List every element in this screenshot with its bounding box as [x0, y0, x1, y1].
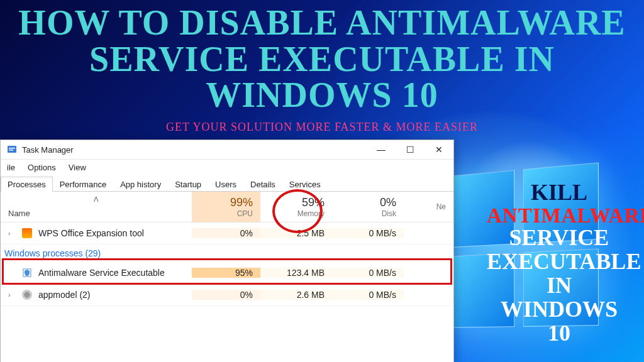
disk-cell: 0 MB/s: [332, 290, 404, 300]
tab-services[interactable]: Services: [282, 177, 328, 192]
close-button[interactable]: ✕: [425, 140, 453, 159]
column-headers: ᐱ Name 99% CPU 59% Memory 0% Disk Ne: [1, 192, 453, 222]
cpu-usage-total: 99%: [230, 196, 253, 209]
tab-performance[interactable]: Performance: [53, 177, 113, 192]
memory-cell: 2.5 MB: [260, 228, 332, 238]
expand-chevron-icon[interactable]: ›: [8, 291, 16, 299]
process-name: Antimalware Service Executable: [38, 268, 165, 278]
table-row[interactable]: ›appmodel (2)0%2.6 MB0 MB/s: [1, 284, 453, 306]
menubar: ile Options View: [1, 160, 453, 175]
side-line-1: KILL: [487, 181, 631, 205]
memory-usage-total: 59%: [302, 196, 325, 209]
process-list: ›WPS Office Expansion tool0%2.5 MB0 MB/s…: [1, 222, 453, 306]
tabstrip: Processes Performance App history Startu…: [1, 175, 453, 192]
expand-chevron-icon[interactable]: ›: [8, 229, 16, 237]
process-group-header[interactable]: Windows processes (29): [1, 244, 453, 262]
menu-options[interactable]: Options: [21, 163, 62, 172]
task-manager-icon: [7, 145, 17, 155]
shield-icon: [22, 268, 32, 278]
memory-cell: 123.4 MB: [260, 268, 332, 278]
tab-app-history[interactable]: App history: [113, 177, 168, 192]
titlebar[interactable]: Task Manager — ☐ ✕: [1, 140, 453, 160]
minimize-button[interactable]: —: [367, 140, 396, 159]
side-line-2: ANTIMALWARE: [487, 205, 631, 227]
column-name-label: Name: [8, 209, 30, 218]
svg-rect-1: [9, 148, 15, 149]
column-network[interactable]: Ne: [404, 192, 453, 222]
cpu-label: CPU: [237, 209, 253, 218]
cpu-cell: 95%: [192, 268, 260, 278]
maximize-button[interactable]: ☐: [396, 140, 425, 159]
column-memory[interactable]: 59% Memory: [260, 192, 332, 222]
process-name-cell: ›appmodel (2): [1, 290, 192, 300]
memory-label: Memory: [297, 209, 325, 218]
window-title: Task Manager: [22, 145, 74, 155]
column-disk[interactable]: 0% Disk: [332, 192, 404, 222]
table-row[interactable]: ›WPS Office Expansion tool0%2.5 MB0 MB/s: [1, 222, 453, 244]
task-manager-window: Task Manager — ☐ ✕ ile Options View Proc…: [0, 140, 454, 362]
svg-rect-0: [8, 146, 16, 153]
side-line-3: SERVICE EXECUTABLE IN WINDOWS 10: [487, 226, 631, 345]
network-label: Ne: [436, 202, 446, 211]
tab-startup[interactable]: Startup: [168, 177, 208, 192]
disk-cell: 0 MB/s: [332, 268, 404, 278]
tab-details[interactable]: Details: [243, 177, 282, 192]
process-name: appmodel (2): [38, 290, 91, 300]
menu-view[interactable]: View: [62, 163, 92, 172]
tab-processes[interactable]: Processes: [1, 177, 53, 192]
process-name-cell: Antimalware Service Executable: [1, 268, 192, 278]
process-name: WPS Office Expansion tool: [38, 228, 144, 238]
wps-icon: [22, 228, 32, 238]
table-row[interactable]: Antimalware Service Executable95%123.4 M…: [1, 262, 453, 284]
cpu-cell: 0%: [192, 228, 260, 238]
disk-cell: 0 MB/s: [332, 228, 404, 238]
svg-rect-2: [9, 150, 13, 151]
tab-users[interactable]: Users: [208, 177, 243, 192]
headline-text: HOW TO DISABLE ANTIMALWARE SERVICE EXECU…: [0, 5, 644, 114]
sort-indicator-icon: ᐱ: [94, 195, 99, 204]
disk-usage-total: 0%: [380, 196, 396, 209]
cpu-cell: 0%: [192, 290, 260, 300]
menu-file[interactable]: ile: [1, 163, 21, 172]
disk-label: Disk: [382, 209, 396, 218]
gear-icon: [22, 290, 32, 300]
memory-cell: 2.6 MB: [260, 290, 332, 300]
process-name-cell: ›WPS Office Expansion tool: [1, 228, 192, 238]
column-name[interactable]: ᐱ Name: [1, 192, 192, 222]
side-callout: KILL ANTIMALWARE SERVICE EXECUTABLE IN W…: [487, 181, 631, 345]
column-cpu[interactable]: 99% CPU: [192, 192, 260, 222]
tagline-text: GET YOUR SOLUTION MORE FASTER & MORE EAS…: [0, 121, 644, 134]
